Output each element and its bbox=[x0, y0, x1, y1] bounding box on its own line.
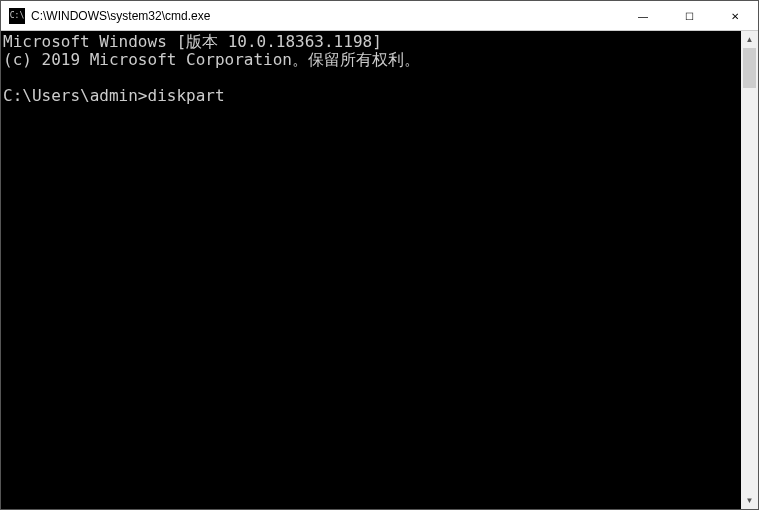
scroll-thumb[interactable] bbox=[743, 48, 756, 88]
prompt: C:\Users\admin> bbox=[3, 86, 148, 105]
terminal-output[interactable]: Microsoft Windows [版本 10.0.18363.1198] (… bbox=[1, 31, 741, 509]
cmd-window: C:\ C:\WINDOWS\system32\cmd.exe — ☐ ✕ Mi… bbox=[0, 0, 759, 510]
titlebar[interactable]: C:\ C:\WINDOWS\system32\cmd.exe — ☐ ✕ bbox=[1, 1, 758, 31]
maximize-button[interactable]: ☐ bbox=[666, 1, 712, 31]
close-button[interactable]: ✕ bbox=[712, 1, 758, 31]
terminal-area: Microsoft Windows [版本 10.0.18363.1198] (… bbox=[1, 31, 758, 509]
scroll-up-arrow-icon[interactable]: ▲ bbox=[741, 31, 758, 48]
minimize-button[interactable]: — bbox=[620, 1, 666, 31]
window-controls: — ☐ ✕ bbox=[620, 1, 758, 30]
scroll-down-arrow-icon[interactable]: ▼ bbox=[741, 492, 758, 509]
version-line: Microsoft Windows [版本 10.0.18363.1198] bbox=[3, 32, 382, 51]
scrollbar[interactable]: ▲ ▼ bbox=[741, 31, 758, 509]
window-title: C:\WINDOWS\system32\cmd.exe bbox=[31, 9, 620, 23]
scroll-track[interactable] bbox=[741, 48, 758, 492]
copyright-line: (c) 2019 Microsoft Corporation。保留所有权利。 bbox=[3, 50, 420, 69]
cmd-icon: C:\ bbox=[9, 8, 25, 24]
command-input[interactable]: diskpart bbox=[148, 86, 225, 105]
